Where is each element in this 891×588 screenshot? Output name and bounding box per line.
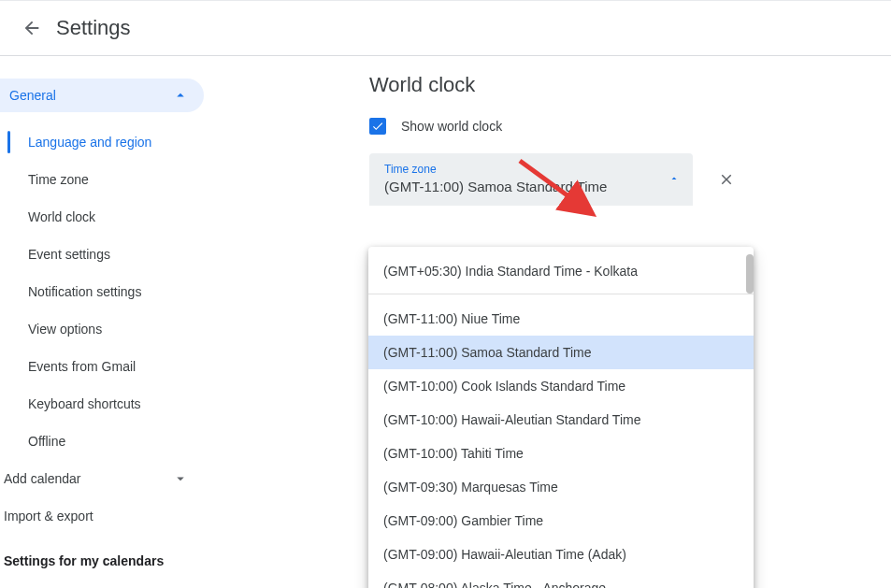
page-title: Settings (56, 16, 131, 40)
time-zone-row: Time zone (GMT-11:00) Samoa Standard Tim… (369, 153, 891, 206)
dropdown-scrollbar[interactable] (746, 254, 754, 294)
main-content: World clock Show world clock Time zone (… (224, 56, 891, 568)
sidebar-item-time-zone[interactable]: Time zone (4, 161, 224, 198)
time-zone-option-recent[interactable]: (GMT+05:30) India Standard Time - Kolkat… (368, 254, 754, 288)
top-bar: Settings (0, 0, 891, 56)
option-label: (GMT-10:00) Tahiti Time (383, 446, 524, 461)
chevron-up-icon (172, 87, 189, 104)
time-zone-option[interactable]: (GMT-11:00) Niue Time (368, 302, 754, 336)
time-zone-option[interactable]: (GMT-08:00) Alaska Time - Anchorage (368, 571, 754, 588)
time-zone-option[interactable]: (GMT-10:00) Cook Islands Standard Time (368, 369, 754, 403)
sidebar-section-label: Import & export (4, 509, 93, 523)
time-zone-option[interactable]: (GMT-11:00) Samoa Standard Time (368, 336, 754, 369)
time-zone-value: (GMT-11:00) Samoa Standard Time (384, 177, 682, 196)
sidebar-item-keyboard-shortcuts[interactable]: Keyboard shortcuts (4, 385, 224, 423)
close-icon (718, 171, 735, 188)
sidebar-item-events-from-gmail[interactable]: Events from Gmail (4, 348, 224, 385)
sidebar-item-world-clock[interactable]: World clock (4, 198, 224, 236)
back-button[interactable] (13, 9, 50, 47)
time-zone-option[interactable]: (GMT-10:00) Tahiti Time (368, 437, 754, 470)
sidebar: General Language and region Time zone Wo… (0, 56, 224, 568)
sidebar-item-label: Events from Gmail (28, 359, 136, 374)
caret-up-icon (668, 171, 680, 188)
option-label: (GMT-08:00) Alaska Time - Anchorage (383, 581, 606, 588)
arrow-left-icon (22, 18, 42, 38)
sidebar-section-import-export[interactable]: Import & export (0, 497, 204, 535)
sidebar-group-label: General (9, 88, 56, 103)
sidebar-item-label: World clock (28, 209, 95, 224)
sidebar-item-view-options[interactable]: View options (4, 310, 224, 348)
show-world-clock-label: Show world clock (401, 119, 502, 134)
sidebar-section-add-calendar[interactable]: Add calendar (0, 460, 204, 497)
option-label: (GMT-11:00) Samoa Standard Time (383, 345, 592, 360)
sidebar-item-label: View options (28, 322, 102, 337)
option-label: (GMT-11:00) Niue Time (383, 311, 520, 326)
time-zone-select[interactable]: Time zone (GMT-11:00) Samoa Standard Tim… (369, 153, 693, 206)
option-label: (GMT-09:00) Hawaii-Aleutian Time (Adak) (383, 547, 626, 562)
option-label: (GMT-10:00) Cook Islands Standard Time (383, 379, 625, 394)
sidebar-item-label: Time zone (28, 172, 89, 187)
sidebar-item-label: Offline (28, 434, 65, 449)
option-label: (GMT-09:30) Marquesas Time (383, 480, 558, 495)
time-zone-option[interactable]: (GMT-09:00) Gambier Time (368, 504, 754, 538)
show-world-clock-checkbox[interactable] (369, 118, 386, 135)
option-label: (GMT+05:30) India Standard Time - Kolkat… (383, 264, 638, 279)
time-zone-dropdown: (GMT+05:30) India Standard Time - Kolkat… (368, 247, 754, 588)
clear-time-zone-button[interactable] (710, 163, 743, 196)
sidebar-group-general[interactable]: General (0, 79, 204, 112)
sidebar-item-event-settings[interactable]: Event settings (4, 236, 224, 273)
check-icon (371, 120, 384, 133)
time-zone-option[interactable]: (GMT-09:30) Marquesas Time (368, 470, 754, 504)
time-zone-option[interactable]: (GMT-09:00) Hawaii-Aleutian Time (Adak) (368, 538, 754, 571)
sidebar-item-notification-settings[interactable]: Notification settings (4, 273, 224, 310)
time-zone-option[interactable]: (GMT-10:00) Hawaii-Aleutian Standard Tim… (368, 403, 754, 437)
sidebar-section-label: Add calendar (4, 471, 81, 486)
sidebar-item-label: Event settings (28, 247, 110, 262)
section-title: World clock (369, 73, 891, 97)
sidebar-item-label: Language and region (28, 135, 151, 150)
sidebar-item-offline[interactable]: Offline (4, 423, 224, 460)
sidebar-heading-my-calendars: Settings for my calendars (0, 535, 224, 568)
time-zone-float-label: Time zone (384, 163, 682, 176)
sidebar-item-language-and-region[interactable]: Language and region (4, 123, 224, 161)
chevron-down-icon (172, 470, 189, 487)
option-label: (GMT-09:00) Gambier Time (383, 513, 543, 528)
option-label: (GMT-10:00) Hawaii-Aleutian Standard Tim… (383, 412, 640, 427)
sidebar-item-label: Keyboard shortcuts (28, 396, 141, 411)
show-world-clock-row: Show world clock (369, 118, 891, 135)
dropdown-separator (368, 294, 754, 294)
sidebar-item-label: Notification settings (28, 284, 141, 299)
